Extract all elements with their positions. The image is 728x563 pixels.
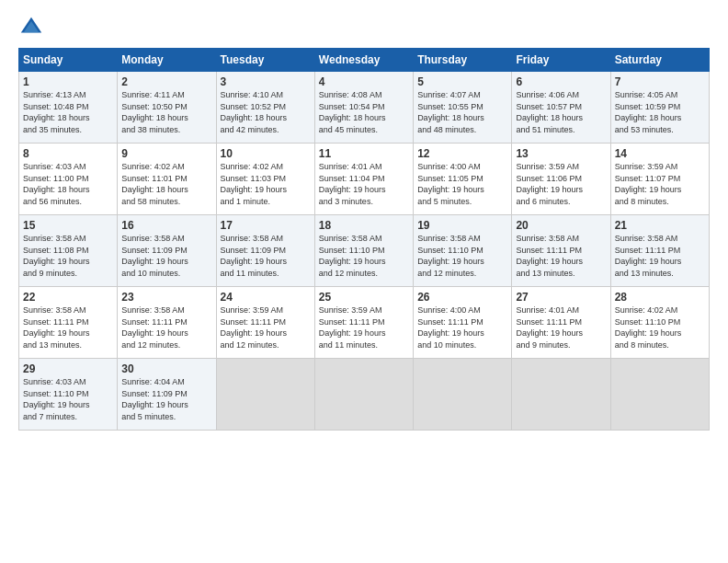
calendar-cell: 19Sunrise: 3:58 AM Sunset: 11:10 PM Dayl… — [414, 215, 512, 287]
calendar-cell: 17Sunrise: 3:58 AM Sunset: 11:09 PM Dayl… — [216, 215, 314, 287]
calendar-cell — [216, 359, 314, 431]
day-info: Sunrise: 3:58 AM Sunset: 11:11 PM Daylig… — [615, 233, 705, 279]
calendar-cell: 13Sunrise: 3:59 AM Sunset: 11:06 PM Dayl… — [512, 144, 610, 215]
day-number: 16 — [121, 219, 211, 232]
calendar-cell — [610, 359, 709, 431]
day-info: Sunrise: 3:59 AM Sunset: 11:07 PM Daylig… — [615, 161, 705, 207]
day-number: 18 — [319, 219, 409, 232]
calendar-cell: 7Sunrise: 4:05 AM Sunset: 10:59 PM Dayli… — [610, 72, 709, 144]
calendar-cell: 26Sunrise: 4:00 AM Sunset: 11:11 PM Dayl… — [414, 287, 512, 359]
day-number: 17 — [221, 219, 311, 232]
day-info: Sunrise: 4:13 AM Sunset: 10:48 PM Daylig… — [23, 89, 113, 135]
day-header-thursday: Thursday — [414, 49, 512, 72]
day-number: 6 — [516, 75, 606, 88]
day-number: 8 — [23, 147, 113, 160]
calendar-cell: 11Sunrise: 4:01 AM Sunset: 11:04 PM Dayl… — [314, 144, 413, 215]
day-info: Sunrise: 4:08 AM Sunset: 10:54 PM Daylig… — [319, 89, 409, 135]
day-number: 14 — [615, 147, 705, 160]
day-info: Sunrise: 4:06 AM Sunset: 10:57 PM Daylig… — [516, 89, 606, 135]
days-header-row: SundayMondayTuesdayWednesdayThursdayFrid… — [19, 49, 710, 72]
week-row-1: 1Sunrise: 4:13 AM Sunset: 10:48 PM Dayli… — [19, 72, 710, 144]
day-header-saturday: Saturday — [610, 49, 709, 72]
calendar-cell: 28Sunrise: 4:02 AM Sunset: 11:10 PM Dayl… — [610, 287, 709, 359]
day-info: Sunrise: 3:58 AM Sunset: 11:11 PM Daylig… — [23, 304, 113, 350]
day-number: 1 — [23, 75, 113, 88]
day-number: 4 — [319, 75, 409, 88]
day-info: Sunrise: 4:03 AM Sunset: 11:10 PM Daylig… — [23, 376, 113, 422]
day-number: 23 — [121, 291, 211, 304]
week-row-5: 29Sunrise: 4:03 AM Sunset: 11:10 PM Dayl… — [19, 359, 710, 431]
calendar-cell: 27Sunrise: 4:01 AM Sunset: 11:11 PM Dayl… — [512, 287, 610, 359]
day-info: Sunrise: 3:58 AM Sunset: 11:08 PM Daylig… — [23, 233, 113, 279]
day-header-wednesday: Wednesday — [314, 49, 413, 72]
day-number: 10 — [221, 147, 311, 160]
day-info: Sunrise: 4:10 AM Sunset: 10:52 PM Daylig… — [221, 89, 311, 135]
day-number: 21 — [615, 219, 705, 232]
day-info: Sunrise: 3:59 AM Sunset: 11:06 PM Daylig… — [516, 161, 606, 207]
day-number: 20 — [516, 219, 606, 232]
day-number: 27 — [516, 291, 606, 304]
week-row-2: 8Sunrise: 4:03 AM Sunset: 11:00 PM Dayli… — [19, 144, 710, 215]
day-info: Sunrise: 4:03 AM Sunset: 11:00 PM Daylig… — [23, 161, 113, 207]
calendar-cell: 3Sunrise: 4:10 AM Sunset: 10:52 PM Dayli… — [216, 72, 314, 144]
day-info: Sunrise: 4:02 AM Sunset: 11:10 PM Daylig… — [615, 304, 705, 350]
day-number: 11 — [319, 147, 409, 160]
logo-icon — [18, 15, 44, 40]
day-info: Sunrise: 4:04 AM Sunset: 11:09 PM Daylig… — [121, 376, 211, 422]
calendar-cell: 25Sunrise: 3:59 AM Sunset: 11:11 PM Dayl… — [314, 287, 413, 359]
calendar-table: SundayMondayTuesdayWednesdayThursdayFrid… — [18, 48, 710, 431]
calendar-cell: 24Sunrise: 3:59 AM Sunset: 11:11 PM Dayl… — [216, 287, 314, 359]
day-header-monday: Monday — [118, 49, 216, 72]
day-info: Sunrise: 4:01 AM Sunset: 11:04 PM Daylig… — [319, 161, 409, 207]
logo — [18, 15, 48, 40]
day-number: 29 — [23, 362, 113, 375]
day-info: Sunrise: 3:58 AM Sunset: 11:10 PM Daylig… — [417, 233, 507, 279]
day-number: 25 — [319, 291, 409, 304]
day-number: 22 — [23, 291, 113, 304]
day-number: 15 — [23, 219, 113, 232]
day-info: Sunrise: 3:58 AM Sunset: 11:11 PM Daylig… — [516, 233, 606, 279]
calendar-cell: 12Sunrise: 4:00 AM Sunset: 11:05 PM Dayl… — [414, 144, 512, 215]
calendar-cell: 9Sunrise: 4:02 AM Sunset: 11:01 PM Dayli… — [118, 144, 216, 215]
calendar-cell: 21Sunrise: 3:58 AM Sunset: 11:11 PM Dayl… — [610, 215, 709, 287]
day-info: Sunrise: 3:58 AM Sunset: 11:11 PM Daylig… — [121, 304, 211, 350]
day-info: Sunrise: 3:58 AM Sunset: 11:10 PM Daylig… — [319, 233, 409, 279]
day-number: 30 — [121, 362, 211, 375]
day-info: Sunrise: 3:58 AM Sunset: 11:09 PM Daylig… — [221, 233, 311, 279]
day-number: 2 — [121, 75, 211, 88]
day-info: Sunrise: 4:07 AM Sunset: 10:55 PM Daylig… — [417, 89, 507, 135]
calendar-cell — [314, 359, 413, 431]
calendar-cell: 6Sunrise: 4:06 AM Sunset: 10:57 PM Dayli… — [512, 72, 610, 144]
day-number: 19 — [417, 219, 507, 232]
page: SundayMondayTuesdayWednesdayThursdayFrid… — [0, 0, 728, 563]
day-info: Sunrise: 4:05 AM Sunset: 10:59 PM Daylig… — [615, 89, 705, 135]
calendar-cell: 8Sunrise: 4:03 AM Sunset: 11:00 PM Dayli… — [19, 144, 118, 215]
day-header-friday: Friday — [512, 49, 610, 72]
day-number: 9 — [121, 147, 211, 160]
day-number: 3 — [221, 75, 311, 88]
calendar-cell: 18Sunrise: 3:58 AM Sunset: 11:10 PM Dayl… — [314, 215, 413, 287]
day-info: Sunrise: 3:58 AM Sunset: 11:09 PM Daylig… — [121, 233, 211, 279]
day-header-tuesday: Tuesday — [216, 49, 314, 72]
week-row-4: 22Sunrise: 3:58 AM Sunset: 11:11 PM Dayl… — [19, 287, 710, 359]
day-header-sunday: Sunday — [19, 49, 118, 72]
day-number: 28 — [615, 291, 705, 304]
day-info: Sunrise: 3:59 AM Sunset: 11:11 PM Daylig… — [319, 304, 409, 350]
calendar-cell: 2Sunrise: 4:11 AM Sunset: 10:50 PM Dayli… — [118, 72, 216, 144]
calendar-cell: 22Sunrise: 3:58 AM Sunset: 11:11 PM Dayl… — [19, 287, 118, 359]
calendar-cell: 20Sunrise: 3:58 AM Sunset: 11:11 PM Dayl… — [512, 215, 610, 287]
calendar-cell: 29Sunrise: 4:03 AM Sunset: 11:10 PM Dayl… — [19, 359, 118, 431]
calendar-cell — [414, 359, 512, 431]
day-info: Sunrise: 4:00 AM Sunset: 11:05 PM Daylig… — [417, 161, 507, 207]
day-number: 24 — [221, 291, 311, 304]
day-number: 26 — [417, 291, 507, 304]
header — [18, 15, 710, 40]
day-info: Sunrise: 4:11 AM Sunset: 10:50 PM Daylig… — [121, 89, 211, 135]
calendar-cell — [512, 359, 610, 431]
day-info: Sunrise: 4:00 AM Sunset: 11:11 PM Daylig… — [417, 304, 507, 350]
day-info: Sunrise: 4:02 AM Sunset: 11:01 PM Daylig… — [121, 161, 211, 207]
calendar-cell: 15Sunrise: 3:58 AM Sunset: 11:08 PM Dayl… — [19, 215, 118, 287]
week-row-3: 15Sunrise: 3:58 AM Sunset: 11:08 PM Dayl… — [19, 215, 710, 287]
day-number: 13 — [516, 147, 606, 160]
calendar-cell: 10Sunrise: 4:02 AM Sunset: 11:03 PM Dayl… — [216, 144, 314, 215]
